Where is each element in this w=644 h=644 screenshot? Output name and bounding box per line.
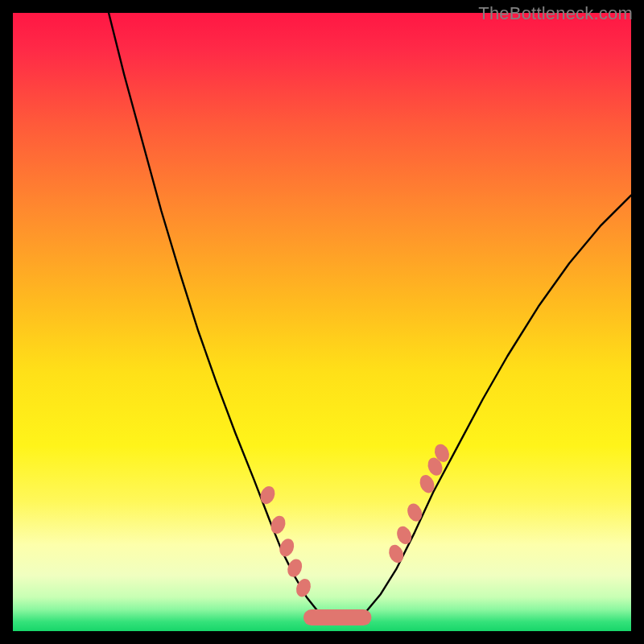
marker-dot <box>268 514 287 536</box>
marker-dot <box>405 502 424 524</box>
chart-svg <box>13 13 631 631</box>
chart-stage: TheBottleneck.com <box>0 0 644 644</box>
marker-dot <box>386 543 406 565</box>
curve-left-branch <box>109 13 328 619</box>
marker-dot <box>394 524 414 547</box>
marker-dot <box>258 484 277 506</box>
marker-dot <box>277 536 296 559</box>
floor-bar <box>303 609 371 625</box>
plot-area <box>13 13 631 631</box>
marker-dot <box>285 557 304 580</box>
watermark-label: TheBottleneck.com <box>478 3 633 24</box>
